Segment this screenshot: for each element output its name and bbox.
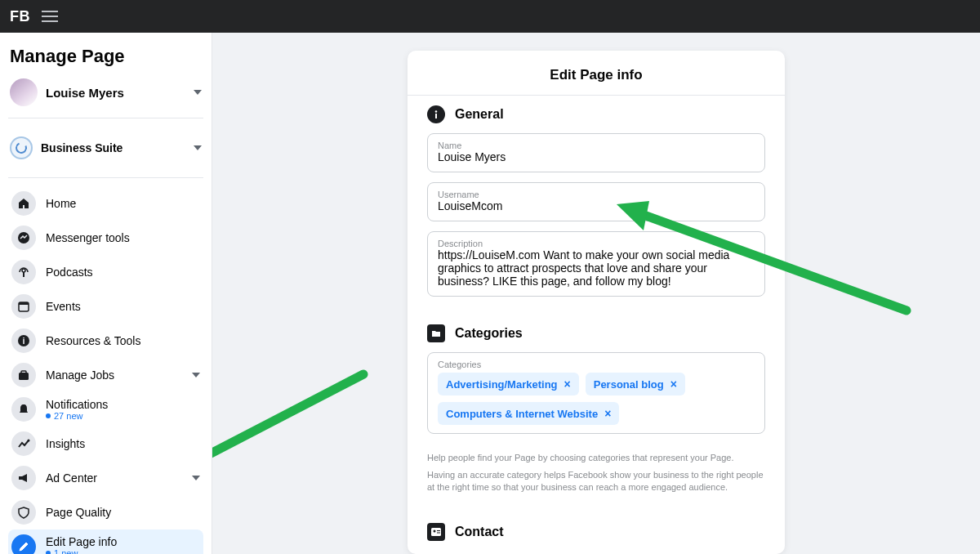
megaphone-icon [11, 466, 36, 490]
profile-name: Louise Myers [46, 86, 185, 100]
annotation-arrow [212, 360, 372, 507]
pencil-icon [11, 534, 36, 554]
chevron-down-icon [192, 476, 200, 480]
section-general: General [408, 96, 785, 130]
section-categories: Categories [408, 315, 785, 349]
section-contact: Contact Phone Number [408, 513, 785, 554]
svg-rect-18 [437, 530, 440, 531]
podcasts-icon [11, 260, 36, 284]
remove-chip-icon[interactable]: × [564, 378, 571, 391]
main-content: Edit Page info General Name Louise Myers… [212, 33, 980, 554]
avatar [10, 78, 38, 106]
svg-rect-2 [42, 20, 58, 22]
sidebar-title: Manage Page [10, 46, 203, 67]
categories-body: Categories Advertising/Marketing× Person… [408, 349, 785, 452]
sidebar-item-home[interactable]: Home [8, 186, 203, 221]
svg-point-12 [28, 440, 30, 442]
divider [8, 118, 203, 118]
remove-chip-icon[interactable]: × [604, 407, 611, 420]
svg-rect-19 [437, 532, 440, 533]
name-field[interactable]: Name Louise Myers [427, 133, 765, 172]
category-chip[interactable]: Personal blog× [586, 373, 685, 395]
business-suite-label: Business Suite [41, 141, 185, 154]
resources-icon: i [11, 328, 36, 353]
card-title: Edit Page info [408, 67, 785, 96]
bell-icon [11, 397, 36, 422]
info-icon [427, 105, 445, 123]
shield-icon [11, 500, 36, 525]
sidebar-item-notifications[interactable]: Notifications27 new [8, 392, 203, 427]
insights-icon [11, 431, 36, 456]
description-field[interactable]: Description https://LouiseM.com Want to … [427, 231, 765, 297]
categories-help-2: Having an accurate category helps Facebo… [408, 469, 785, 494]
svg-rect-11 [21, 371, 26, 373]
category-chips: Advertising/Marketing× Personal blog× Co… [438, 373, 755, 425]
svg-point-4 [22, 269, 25, 272]
svg-rect-5 [23, 272, 24, 277]
svg-rect-1 [42, 16, 58, 17]
svg-text:i: i [22, 336, 24, 346]
username-field[interactable]: Username LouiseMcom [427, 182, 765, 221]
svg-rect-7 [19, 302, 29, 305]
svg-point-14 [435, 110, 438, 113]
jobs-icon [11, 363, 36, 387]
divider [8, 177, 203, 178]
contact-icon [427, 523, 445, 541]
page-selector[interactable]: Louise Myers [8, 75, 203, 109]
top-bar: FB [0, 0, 980, 33]
home-icon [11, 191, 36, 216]
layout: Manage Page Louise Myers Business Suite … [0, 33, 980, 554]
sidebar-item-jobs[interactable]: Manage Jobs [8, 358, 203, 392]
messenger-icon [11, 226, 36, 250]
business-suite-icon [10, 136, 33, 159]
sidebar-item-resources[interactable]: i Resources & Tools [8, 324, 203, 358]
svg-rect-16 [431, 528, 441, 536]
events-icon [11, 294, 36, 319]
svg-rect-15 [435, 114, 437, 118]
sidebar-item-messenger[interactable]: Messenger tools [8, 221, 203, 255]
categories-field[interactable]: Categories Advertising/Marketing× Person… [427, 352, 765, 434]
categories-help-1: Help people find your Page by choosing c… [408, 452, 785, 464]
hamburger-icon[interactable] [42, 11, 58, 22]
category-chip[interactable]: Advertising/Marketing× [438, 373, 579, 395]
svg-point-17 [434, 529, 436, 532]
app-logo[interactable]: FB [10, 8, 30, 25]
sidebar-item-podcasts[interactable]: Podcasts [8, 255, 203, 289]
sidebar: Manage Page Louise Myers Business Suite … [0, 33, 212, 554]
category-chip[interactable]: Computers & Internet Website× [438, 402, 619, 425]
sidebar-item-adcenter[interactable]: Ad Center [8, 461, 203, 495]
sidebar-item-events[interactable]: Events [8, 289, 203, 324]
caret-down-icon [194, 90, 202, 95]
sidebar-item-insights[interactable]: Insights [8, 427, 203, 461]
svg-rect-0 [42, 11, 58, 12]
chevron-down-icon [192, 373, 200, 378]
folder-icon [427, 324, 445, 342]
sidebar-item-quality[interactable]: Page Quality [8, 495, 203, 529]
sidebar-item-edit-page-info[interactable]: Edit Page info1 new [8, 529, 203, 554]
general-body: Name Louise Myers Username LouiseMcom De… [408, 130, 785, 315]
edit-page-info-card: Edit Page info General Name Louise Myers… [408, 51, 785, 554]
business-suite-button[interactable]: Business Suite [8, 127, 203, 169]
chevron-down-icon [194, 145, 202, 150]
remove-chip-icon[interactable]: × [670, 378, 677, 391]
